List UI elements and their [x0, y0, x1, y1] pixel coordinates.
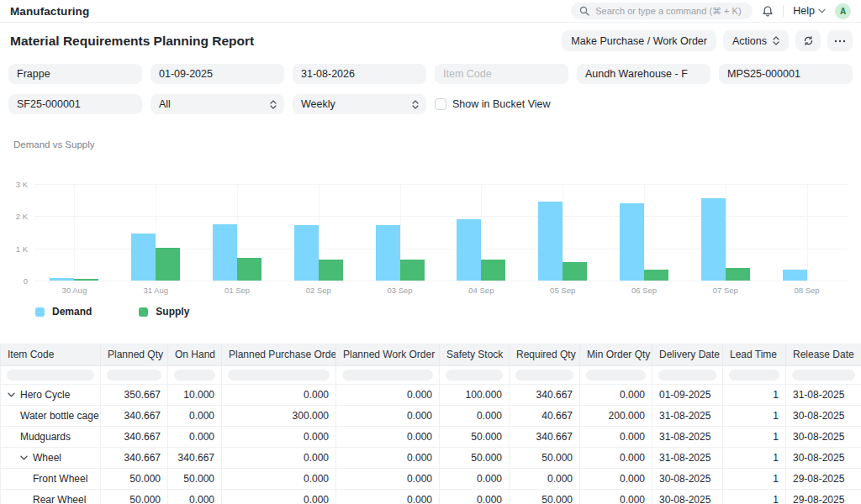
column-filter-input[interactable]	[228, 370, 330, 381]
chart-plot: 3 K2 K1 K0	[34, 184, 848, 281]
frequency-select[interactable]: Weekly	[293, 94, 426, 114]
chart-group	[441, 184, 522, 281]
column-header[interactable]: Lead Time	[723, 344, 786, 365]
cell: 340.667	[101, 405, 168, 426]
supply-bar[interactable]	[563, 262, 587, 281]
demand-bar[interactable]	[131, 234, 156, 281]
company-input[interactable]	[8, 64, 142, 84]
column-filter-input[interactable]	[446, 370, 503, 381]
make-purchase-work-order-button[interactable]: Make Purchase / Work Order	[562, 30, 716, 51]
cell: 300.000	[222, 405, 336, 426]
column-header[interactable]: Release Date	[786, 344, 861, 365]
column-header[interactable]: Delivery Date	[652, 344, 723, 365]
column-header[interactable]: Required Qty	[510, 344, 580, 365]
warehouse-input[interactable]	[577, 64, 710, 84]
column-filter-input[interactable]	[107, 370, 161, 381]
sales-forecast-input[interactable]	[8, 94, 142, 114]
y-axis-tick-label: 1 K	[16, 244, 28, 253]
column-filter-input[interactable]	[729, 370, 779, 381]
cell: 0.000	[440, 468, 510, 489]
refresh-button[interactable]	[795, 30, 821, 51]
column-filter-input[interactable]	[792, 370, 855, 381]
app-name[interactable]: Manufacturing	[10, 5, 89, 18]
cell: 0.000	[222, 384, 336, 405]
notifications-bell-icon[interactable]	[762, 5, 774, 18]
item-group-value: All	[159, 98, 171, 110]
table-row: Rear Wheel50.0000.0000.0000.0000.00050.0…	[1, 489, 861, 504]
from-date-input[interactable]	[151, 64, 284, 84]
help-button[interactable]: Help	[793, 5, 826, 17]
column-filter-input[interactable]	[658, 370, 716, 381]
item-group-select[interactable]: All	[151, 94, 284, 114]
cell: 10.000	[168, 384, 222, 405]
demand-bar[interactable]	[376, 225, 400, 281]
bucket-view-checkbox[interactable]	[435, 98, 446, 110]
item-cell: Water bottle cage	[8, 410, 93, 422]
column-header[interactable]: Planned Qty	[101, 344, 168, 365]
cell: 0.000	[580, 426, 652, 447]
demand-bar[interactable]	[213, 224, 237, 281]
column-header[interactable]: Item Code	[1, 344, 101, 365]
cell: 50.000	[440, 426, 510, 447]
demand-bar[interactable]	[620, 203, 644, 281]
column-header[interactable]: Safety Stock	[440, 344, 510, 365]
demand-bar[interactable]	[457, 219, 481, 281]
table-body: Hero Cycle350.66710.0000.0000.000100.000…	[1, 365, 861, 504]
supply-bar[interactable]	[319, 260, 343, 281]
column-filter-input[interactable]	[174, 370, 215, 381]
supply-bar[interactable]	[74, 279, 98, 281]
legend-item[interactable]: Supply	[139, 306, 189, 318]
to-date-input[interactable]	[293, 64, 426, 84]
supply-bar[interactable]	[400, 260, 425, 281]
cell: 50.000	[101, 489, 168, 504]
demand-bar[interactable]	[50, 278, 74, 281]
more-options-button[interactable]	[827, 30, 853, 51]
cell: 0.000	[168, 405, 222, 426]
column-header[interactable]: Planned Purchase Order	[222, 344, 336, 365]
help-label: Help	[793, 5, 815, 17]
cell: 340.667	[510, 426, 580, 447]
expand-chevron-icon[interactable]	[20, 455, 28, 460]
column-header[interactable]: Min Order Qty	[580, 344, 652, 365]
demand-bar[interactable]	[538, 202, 563, 281]
cell: 0.000	[510, 468, 580, 489]
cell: 30-08-2025	[786, 426, 861, 447]
chart-groups	[34, 184, 848, 281]
legend-item[interactable]: Demand	[35, 306, 92, 318]
column-filter-input[interactable]	[7, 370, 94, 381]
mps-order-input[interactable]	[719, 64, 853, 84]
search-icon	[579, 6, 589, 16]
supply-bar[interactable]	[644, 270, 668, 281]
chart-group	[277, 184, 359, 281]
cell: 0.000	[336, 426, 440, 447]
column-filter-input[interactable]	[342, 370, 433, 381]
actions-button[interactable]: Actions	[723, 30, 789, 51]
supply-bar[interactable]	[156, 248, 180, 281]
demand-bar[interactable]	[294, 225, 319, 281]
column-header[interactable]: Planned Work Order	[336, 344, 440, 365]
column-filter-input[interactable]	[586, 370, 646, 381]
demand-bar[interactable]	[783, 270, 807, 281]
cell: 0.000	[336, 447, 440, 468]
cell: 100.000	[440, 384, 510, 405]
supply-bar[interactable]	[726, 268, 750, 281]
chart-title: Demand vs Supply	[13, 139, 856, 150]
demand-supply-chart: Demand vs Supply 3 K2 K1 K0 30 Aug31 Aug…	[0, 139, 861, 318]
item-code-input[interactable]	[435, 64, 568, 84]
expand-chevron-icon[interactable]	[8, 392, 15, 397]
sort-chevrons-icon	[773, 36, 779, 45]
sort-chevrons-icon	[270, 100, 277, 109]
cell: 0.000	[222, 447, 336, 468]
global-search[interactable]	[571, 3, 753, 19]
item-code-cell: Hero Cycle	[1, 384, 101, 405]
supply-bar[interactable]	[237, 258, 261, 281]
column-header[interactable]: On Hand	[168, 344, 222, 365]
column-filter-input[interactable]	[515, 370, 573, 381]
cell: 340.667	[510, 384, 580, 405]
cell: 0.000	[336, 384, 440, 405]
search-input[interactable]	[595, 6, 744, 16]
avatar[interactable]: A	[835, 3, 851, 19]
filter-cell	[652, 365, 723, 384]
supply-bar[interactable]	[481, 260, 505, 281]
demand-bar[interactable]	[701, 198, 726, 281]
